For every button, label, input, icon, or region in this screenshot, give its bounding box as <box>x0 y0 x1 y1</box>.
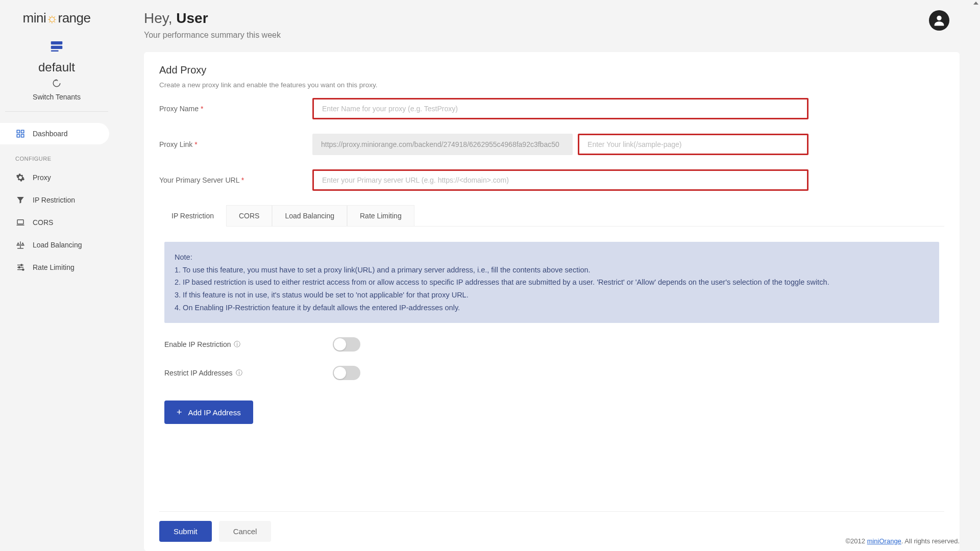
svg-point-10 <box>22 269 24 270</box>
logo-text: mini☼range <box>22 10 90 26</box>
sidebar-item-label: CORS <box>33 218 53 227</box>
switch-tenants-link[interactable]: Switch Tenants <box>33 93 81 101</box>
footer-copyright: ©2012 <box>846 537 867 545</box>
tab-rate-limiting[interactable]: Rate Limiting <box>347 205 414 226</box>
refresh-icon[interactable] <box>52 79 61 90</box>
proxy-link-label: Proxy Link * <box>159 140 312 148</box>
person-icon <box>932 13 946 28</box>
logo-prefix: mini <box>22 10 46 26</box>
sidebar-item-load-balancing[interactable]: Load Balancing <box>0 234 109 256</box>
sidebar-item-dashboard[interactable]: Dashboard <box>0 123 109 144</box>
header: Hey, User Your performance summary this … <box>144 10 960 40</box>
feature-tabs: IP Restriction CORS Load Balancing Rate … <box>159 205 944 227</box>
logo-o-icon: ☼ <box>46 10 58 26</box>
tab-load-balancing[interactable]: Load Balancing <box>272 205 347 226</box>
svg-rect-2 <box>51 51 59 52</box>
filter-icon <box>15 195 26 205</box>
scale-icon <box>15 240 26 249</box>
footer-rights: . All rights reserved. <box>901 537 960 545</box>
sliders-icon <box>15 263 26 272</box>
add-proxy-card: Add Proxy Create a new proxy link and en… <box>144 52 960 551</box>
footer: ©2012 miniOrange. All rights reserved. <box>846 537 960 545</box>
restrict-ip-toggle[interactable] <box>333 366 360 380</box>
proxy-name-label: Proxy Name * <box>159 105 312 113</box>
svg-rect-1 <box>51 46 63 49</box>
enable-ip-label: Enable IP Restriction ⓘ <box>164 340 333 349</box>
laptop-icon <box>15 218 26 227</box>
sidebar: mini☼range default Switch Tenants Dashbo… <box>0 0 113 551</box>
add-ip-address-button[interactable]: + Add IP Address <box>164 400 253 424</box>
note-title: Note: <box>175 251 929 264</box>
sidebar-item-rate-limiting[interactable]: Rate Limiting <box>0 257 109 278</box>
svg-rect-4 <box>21 130 24 133</box>
greeting: Hey, User <box>144 10 281 27</box>
note-line: 1. To use this feature, you must have to… <box>175 264 929 277</box>
sidebar-item-label: Rate Limiting <box>33 263 75 271</box>
info-icon[interactable]: ⓘ <box>234 340 240 349</box>
submit-button[interactable]: Submit <box>159 521 212 542</box>
sidebar-item-proxy[interactable]: Proxy <box>0 167 109 188</box>
plus-icon: + <box>177 408 182 417</box>
sidebar-section-header: CONFIGURE <box>0 145 113 166</box>
gear-icon <box>15 173 26 182</box>
sidebar-item-label: Proxy <box>33 173 51 182</box>
note-box: Note: 1. To use this feature, you must h… <box>164 242 939 323</box>
greeting-user: User <box>176 10 208 26</box>
tab-ip-restriction[interactable]: IP Restriction <box>159 206 226 227</box>
server-icon <box>49 39 64 56</box>
proxy-name-input[interactable] <box>312 98 808 119</box>
sidebar-item-label: IP Restriction <box>33 196 75 204</box>
scroll-up-indicator <box>972 0 980 8</box>
greeting-prefix: Hey, <box>144 10 176 26</box>
tab-cors[interactable]: CORS <box>226 205 272 226</box>
svg-point-8 <box>21 264 22 266</box>
tenant-block: default Switch Tenants <box>5 31 108 112</box>
svg-rect-6 <box>21 135 24 137</box>
note-line: 2. IP based restriction is used to eithe… <box>175 276 929 289</box>
primary-url-label: Your Primary Server URL * <box>159 176 312 184</box>
cancel-button[interactable]: Cancel <box>219 521 272 542</box>
svg-rect-0 <box>51 41 63 44</box>
logo-suffix: range <box>58 10 91 26</box>
svg-point-9 <box>18 267 20 268</box>
grid-icon <box>15 129 26 138</box>
tenant-name: default <box>38 60 75 74</box>
tab-content: Note: 1. To use this feature, you must h… <box>159 227 944 434</box>
enable-ip-toggle[interactable] <box>333 337 360 352</box>
sidebar-item-ip-restriction[interactable]: IP Restriction <box>0 189 109 211</box>
add-ip-label: Add IP Address <box>188 408 241 417</box>
proxy-form: Proxy Name * Proxy Link * Your Primary S… <box>159 98 944 205</box>
sidebar-item-cors[interactable]: CORS <box>0 212 109 233</box>
card-desc: Create a new proxy link and enable the f… <box>159 81 944 89</box>
svg-point-11 <box>937 16 941 20</box>
restrict-ip-label: Restrict IP Addresses ⓘ <box>164 368 333 378</box>
sidebar-nav: Dashboard CONFIGURE Proxy IP Restriction <box>0 112 113 279</box>
footer-link[interactable]: miniOrange <box>867 537 901 545</box>
note-line: 3. If this feature is not in use, it's s… <box>175 289 929 302</box>
avatar[interactable] <box>929 10 949 31</box>
greeting-subtitle: Your performance summary this week <box>144 31 281 40</box>
note-line: 4. On Enabling IP-Restriction feature it… <box>175 302 929 314</box>
sidebar-item-label: Load Balancing <box>33 241 82 249</box>
svg-rect-3 <box>17 130 19 133</box>
main-content: Hey, User Your performance summary this … <box>113 0 980 551</box>
proxy-link-path-input[interactable] <box>578 134 808 155</box>
info-icon[interactable]: ⓘ <box>236 368 242 378</box>
primary-url-input[interactable] <box>312 169 808 191</box>
card-title: Add Proxy <box>159 64 944 76</box>
proxy-link-base-input <box>312 134 573 155</box>
sidebar-item-label: Dashboard <box>33 130 68 138</box>
action-row: Submit Cancel <box>159 511 944 551</box>
logo: mini☼range <box>0 0 113 31</box>
svg-rect-5 <box>17 135 19 137</box>
svg-rect-7 <box>17 220 23 224</box>
